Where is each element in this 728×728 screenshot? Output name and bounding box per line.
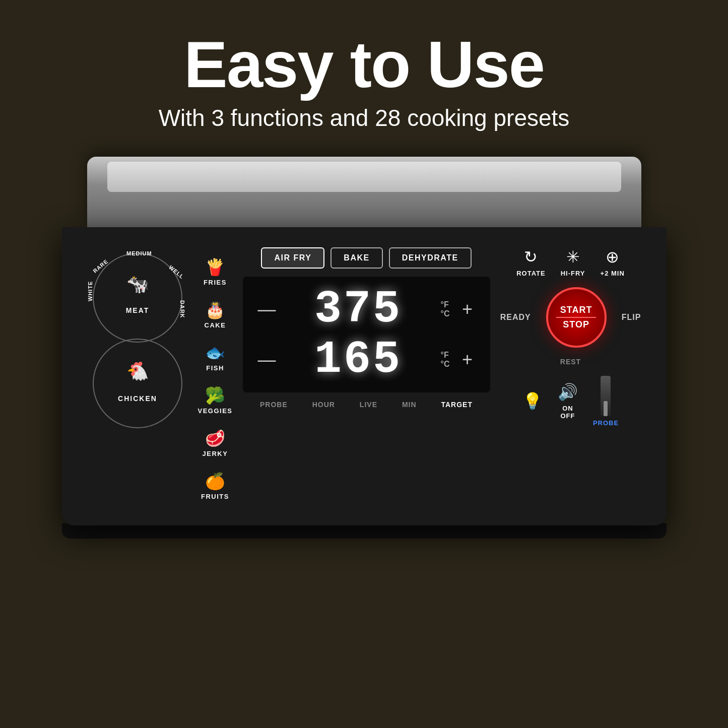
on-label: ON bbox=[562, 405, 573, 412]
hifry-icon: ✳ bbox=[566, 247, 580, 267]
subtitle: With 3 functions and 28 cooking presets bbox=[40, 104, 688, 131]
device-lid bbox=[87, 157, 641, 227]
probe-plus-button[interactable]: + bbox=[460, 349, 475, 370]
probe-unit-c: °C bbox=[441, 360, 450, 369]
bake-button[interactable]: BAKE bbox=[330, 247, 382, 269]
start-label: START bbox=[560, 305, 592, 315]
svg-text:🐄: 🐄 bbox=[126, 273, 149, 294]
plus2min-button[interactable]: ⊕ +2 MIN bbox=[601, 247, 625, 277]
page-wrapper: Easy to Use With 3 functions and 28 cook… bbox=[0, 0, 728, 728]
preset-fries[interactable]: 🍟 FRIES bbox=[198, 257, 233, 286]
rotate-label: ROTATE bbox=[516, 270, 546, 277]
temp-unit: °F °C bbox=[441, 300, 450, 318]
temp-display: 375 bbox=[286, 287, 431, 332]
bottom-right-controls: 💡 🔊 ON OFF bbox=[522, 376, 619, 427]
preset-cake[interactable]: 🎂 CAKE bbox=[198, 300, 233, 329]
jerky-label: JERKY bbox=[203, 450, 228, 457]
temp-row: — 375 °F °C + bbox=[258, 287, 475, 332]
dehydrate-button[interactable]: DEHYDRATE bbox=[389, 247, 472, 269]
btn-divider bbox=[556, 317, 595, 318]
temp-minus-button[interactable]: — bbox=[258, 299, 276, 320]
svg-point-8 bbox=[93, 339, 182, 428]
preset-fish[interactable]: 🐟 FISH bbox=[198, 343, 233, 372]
jerky-icon: 🥩 bbox=[205, 429, 225, 448]
fruits-label: FRUITS bbox=[201, 493, 229, 500]
center-section: AIR FRY BAKE DEHYDRATE — 375 °F bbox=[233, 247, 500, 409]
svg-text:🐔: 🐔 bbox=[126, 360, 149, 381]
fruits-icon: 🍊 bbox=[205, 472, 225, 491]
presets-column: 🍟 FRIES 🎂 CAKE 🐟 FISH bbox=[198, 247, 233, 500]
label-min: MIN bbox=[402, 401, 417, 409]
flip-label: FLIP bbox=[622, 313, 641, 322]
temp-plus-button[interactable]: + bbox=[460, 299, 475, 320]
rest-label: REST bbox=[560, 358, 581, 366]
label-live: LIVE bbox=[360, 401, 377, 409]
preset-jerky[interactable]: 🥩 JERKY bbox=[198, 429, 233, 457]
start-stop-button[interactable]: START STOP bbox=[546, 287, 607, 348]
temp-unit-c: °C bbox=[441, 309, 450, 318]
svg-text:DARK: DARK bbox=[179, 300, 185, 318]
fries-icon: 🍟 bbox=[205, 257, 225, 277]
svg-text:MEDIUM: MEDIUM bbox=[126, 250, 152, 256]
left-panel: RARE MEDIUM WELL 🐄 MEAT WHITE bbox=[87, 247, 233, 500]
probe-minus-button[interactable]: — bbox=[258, 349, 276, 370]
label-hour: HOUR bbox=[312, 401, 335, 409]
probe-unit: °F °C bbox=[441, 351, 450, 369]
stop-label: STOP bbox=[563, 319, 589, 330]
fish-icon: 🐟 bbox=[205, 343, 225, 362]
cake-icon: 🎂 bbox=[205, 300, 225, 319]
control-panel: RARE MEDIUM WELL 🐄 MEAT WHITE bbox=[87, 247, 641, 500]
device-bottom-bar bbox=[62, 523, 667, 539]
airfry-button[interactable]: AIR FRY bbox=[261, 247, 324, 269]
label-target: TARGET bbox=[441, 401, 473, 409]
rest-area: REST bbox=[560, 358, 581, 366]
meat-chicken-dial[interactable]: RARE MEDIUM WELL 🐄 MEAT WHITE bbox=[87, 247, 188, 439]
probe-unit-f: °F bbox=[441, 351, 450, 360]
hifry-button[interactable]: ✳ HI-FRY bbox=[561, 247, 585, 277]
dial-row: RARE MEDIUM WELL 🐄 MEAT WHITE bbox=[87, 247, 233, 500]
fries-label: FRIES bbox=[204, 279, 227, 286]
hifry-label: HI-FRY bbox=[561, 270, 585, 277]
device-body: RARE MEDIUM WELL 🐄 MEAT WHITE bbox=[62, 227, 667, 525]
veggies-icon: 🥦 bbox=[205, 386, 225, 405]
off-label: OFF bbox=[560, 412, 575, 420]
light-icon: 💡 bbox=[522, 391, 543, 411]
light-button[interactable]: 💡 bbox=[522, 391, 543, 411]
rotate-icon: ↻ bbox=[524, 247, 538, 267]
main-title: Easy to Use bbox=[40, 30, 688, 99]
probe-display: 165 bbox=[286, 337, 431, 382]
dial-svg: RARE MEDIUM WELL 🐄 MEAT WHITE bbox=[87, 247, 188, 439]
svg-text:MEAT: MEAT bbox=[125, 306, 149, 314]
plus2min-icon: ⊕ bbox=[606, 247, 619, 267]
function-buttons: AIR FRY BAKE DEHYDRATE bbox=[261, 247, 471, 269]
plus2min-label: +2 MIN bbox=[601, 270, 625, 277]
svg-text:CHICKEN: CHICKEN bbox=[118, 394, 157, 403]
device-container: RARE MEDIUM WELL 🐄 MEAT WHITE bbox=[0, 147, 728, 729]
preset-fruits[interactable]: 🍊 FRUITS bbox=[198, 472, 233, 500]
temp-unit-f: °F bbox=[441, 300, 450, 309]
ready-label: READY bbox=[500, 313, 531, 322]
fish-label: FISH bbox=[206, 364, 224, 372]
rotate-button[interactable]: ↻ ROTATE bbox=[516, 247, 546, 277]
preset-veggies[interactable]: 🥦 VEGGIES bbox=[198, 386, 233, 415]
cake-label: CAKE bbox=[205, 321, 226, 329]
sound-button[interactable]: 🔊 ON OFF bbox=[558, 382, 578, 420]
start-stop-area: READY START STOP FLIP bbox=[500, 287, 641, 348]
top-right-controls: ↻ ROTATE ✳ HI-FRY ⊕ +2 MIN bbox=[516, 247, 625, 277]
probe-port-label: PROBE bbox=[593, 419, 619, 427]
sound-icon: 🔊 bbox=[558, 382, 578, 402]
veggies-label: VEGGIES bbox=[198, 407, 233, 415]
right-section: ↻ ROTATE ✳ HI-FRY ⊕ +2 MIN bbox=[500, 247, 641, 427]
svg-text:WHITE: WHITE bbox=[87, 281, 93, 301]
header: Easy to Use With 3 functions and 28 cook… bbox=[0, 0, 728, 147]
label-probe: PROBE bbox=[260, 401, 288, 409]
probe-port[interactable]: PROBE bbox=[593, 376, 619, 427]
display-area: — 375 °F °C + — 165 bbox=[243, 277, 490, 392]
svg-point-0 bbox=[93, 253, 182, 342]
display-labels: PROBE HOUR LIVE MIN TARGET bbox=[243, 401, 490, 409]
probe-row: — 165 °F °C + bbox=[258, 337, 475, 382]
